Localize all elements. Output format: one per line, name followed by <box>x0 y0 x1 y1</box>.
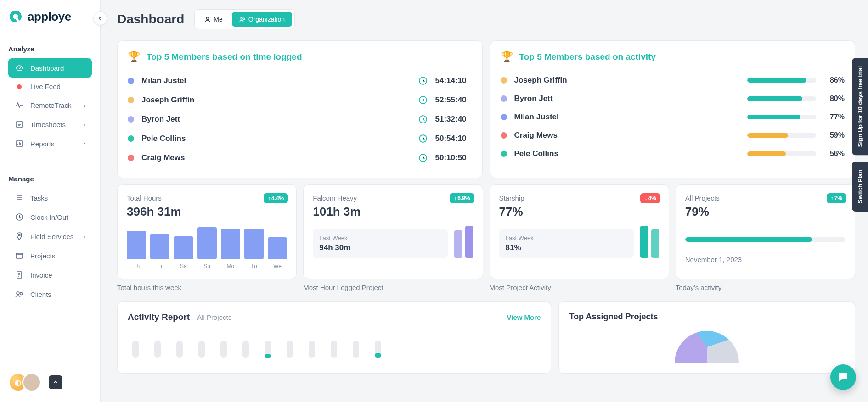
activity-filter[interactable]: All Projects <box>197 313 231 321</box>
member-row[interactable]: Craig Mews 59% <box>501 126 845 145</box>
member-row[interactable]: Milan Justel 54:14:10 <box>128 71 472 90</box>
nav-clients[interactable]: Clients <box>8 285 92 304</box>
stat-label: All Projects <box>685 194 845 202</box>
logo[interactable]: apploye <box>0 0 100 33</box>
nav-projects[interactable]: Projects <box>8 246 92 265</box>
person-icon <box>204 16 211 22</box>
progress-bar <box>747 151 816 156</box>
expand-button[interactable] <box>49 375 62 389</box>
member-row[interactable]: Milan Justel 77% <box>501 108 845 126</box>
nav-label: Field Services <box>30 233 73 240</box>
view-toggle: Me Organization <box>194 9 295 29</box>
member-dot-icon <box>128 78 134 84</box>
progress-bar <box>747 133 816 138</box>
member-name: Joseph Griffin <box>514 76 740 85</box>
svg-point-7 <box>20 293 23 295</box>
mini-bar <box>197 227 217 259</box>
member-name: Pele Collins <box>141 134 411 143</box>
trophy-icon: 🏆 <box>128 51 140 63</box>
member-name: Byron Jett <box>514 94 740 103</box>
member-dot-icon <box>501 95 507 102</box>
stat-total-hours: ↑4.4% Total Hours 396h 31m ThFrSaSuMoTuW… <box>117 184 297 279</box>
stat-label: Falcom Heavy <box>313 194 473 202</box>
trend-badge: ↑6.9% <box>450 193 474 203</box>
nav-dashboard[interactable]: Dashboard <box>8 58 92 78</box>
member-time: 50:10:50 <box>435 153 472 162</box>
nav-remotetrack[interactable]: RemoteTrack › <box>8 95 92 115</box>
view-more-link[interactable]: View More <box>507 313 541 321</box>
clients-icon <box>15 290 24 299</box>
mini-bar <box>221 229 240 259</box>
card-title: Top 5 Members based on activity <box>519 52 656 62</box>
toggle-me[interactable]: Me <box>197 12 230 27</box>
nav-reports[interactable]: Reports › <box>8 134 92 153</box>
trend-badge: ↑7% <box>827 193 846 203</box>
logo-text: apploye <box>28 10 71 24</box>
nav-label: Clock In/Out <box>30 213 68 221</box>
clock-icon <box>418 76 428 86</box>
member-row[interactable]: Craig Mews 50:10:50 <box>128 148 472 168</box>
logo-icon <box>8 9 23 24</box>
member-name: Craig Mews <box>141 153 411 162</box>
nav-tasks[interactable]: Tasks <box>8 188 92 207</box>
member-dot-icon <box>501 151 507 157</box>
svg-point-6 <box>17 292 19 295</box>
lastweek-label: Last Week <box>506 234 627 241</box>
member-time: 50:54:10 <box>435 134 472 143</box>
nav-timesheets[interactable]: Timesheets › <box>8 115 92 134</box>
stat-label: Total Hours <box>127 194 287 202</box>
chevron-right-icon: › <box>84 233 85 240</box>
lastweek-value: 81% <box>506 243 627 252</box>
clock-icon <box>418 134 428 144</box>
stat-value: 101h 3m <box>313 205 473 219</box>
compare-bars <box>454 226 473 258</box>
toggle-org-label: Organization <box>248 16 285 23</box>
side-tab-switch-plan[interactable]: Switch Plan <box>852 162 868 212</box>
clock-icon <box>418 114 428 124</box>
member-row[interactable]: Pele Collins 56% <box>501 145 845 163</box>
activity-report-card: Activity Report All Projects View More <box>117 302 551 374</box>
member-row[interactable]: Pele Collins 50:54:10 <box>128 129 472 148</box>
mini-bar <box>268 237 287 259</box>
nav-field-services[interactable]: Field Services › <box>8 227 92 246</box>
section-title-manage: Manage <box>8 175 92 183</box>
toggle-organization[interactable]: Organization <box>232 12 292 27</box>
report-icon <box>15 139 24 148</box>
page-title: Dashboard <box>117 12 184 27</box>
nav-label: Timesheets <box>30 121 66 128</box>
chevron-right-icon: › <box>84 102 85 109</box>
clock-icon <box>15 212 24 222</box>
chat-fab[interactable] <box>830 364 856 390</box>
day-label: Sa <box>174 263 193 269</box>
caption: Most Hour Logged Project <box>303 284 483 291</box>
nav-clock[interactable]: Clock In/Out <box>8 207 92 227</box>
chat-icon <box>837 371 849 383</box>
invoice-icon <box>15 270 24 279</box>
member-row[interactable]: Byron Jett 51:32:40 <box>128 110 472 129</box>
mini-bar <box>127 231 146 259</box>
nav-label: Reports <box>30 140 55 148</box>
progress-bar <box>747 96 816 101</box>
member-row[interactable]: Joseph Griffin 86% <box>501 71 845 89</box>
activity-icon <box>15 100 24 110</box>
activity-title: Activity Report <box>128 312 190 322</box>
member-pct: 86% <box>823 76 845 84</box>
side-tab-trial[interactable]: Sign Up for 10 days free trial <box>852 58 868 155</box>
collapse-sidebar-button[interactable] <box>93 11 107 25</box>
chevron-up-icon <box>53 380 58 385</box>
tasks-icon <box>15 193 24 202</box>
gauge-icon <box>15 63 24 73</box>
member-time: 54:14:10 <box>435 76 472 85</box>
member-row[interactable]: Joseph Griffin 52:55:40 <box>128 90 472 110</box>
day-label: Su <box>197 263 217 269</box>
avatar-stack[interactable]: ◐ <box>8 373 41 392</box>
stat-starship: ↓4% Starship 77% Last Week 81% <box>490 184 669 279</box>
nav-live-feed[interactable]: Live Feed <box>8 78 92 95</box>
svg-point-3 <box>18 234 20 236</box>
member-row[interactable]: Byron Jett 80% <box>501 89 845 108</box>
user-avatar <box>22 373 41 392</box>
lastweek-value: 94h 30m <box>319 243 441 252</box>
nav-invoice[interactable]: Invoice <box>8 265 92 285</box>
member-pct: 80% <box>823 95 845 103</box>
projects-icon <box>15 251 24 260</box>
